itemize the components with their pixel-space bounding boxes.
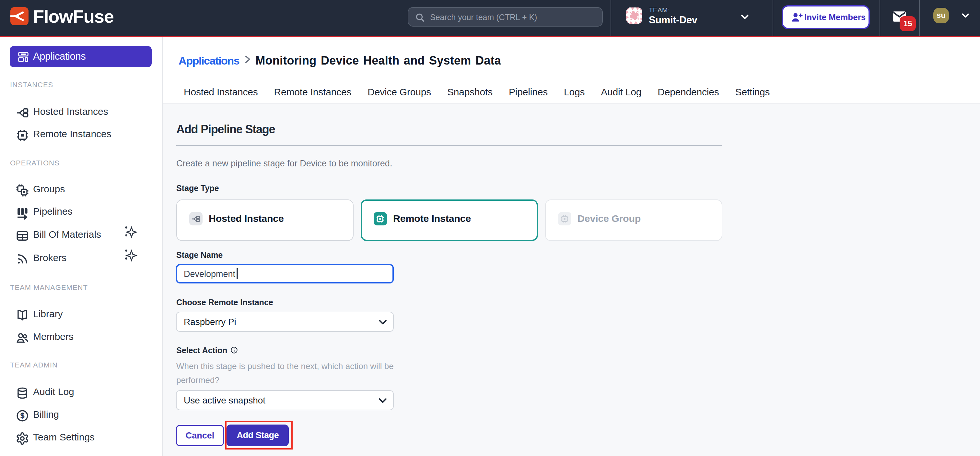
svg-text:$: $ <box>20 411 24 420</box>
